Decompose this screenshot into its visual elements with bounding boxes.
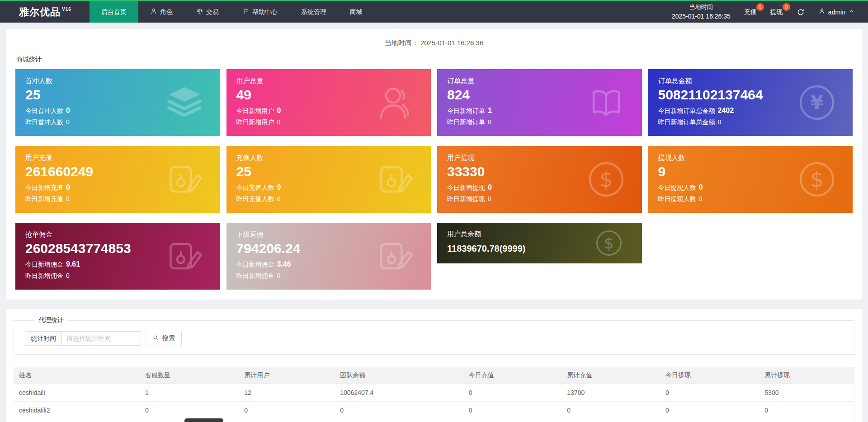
col-header-total-withdraw: 累计提现 [759,367,854,384]
table-row: ceshidaili 1 12 10062407.4 0 13700 0 530… [14,384,854,402]
stat-cards-grid: 首冲人数 25 今日首冲人数0 昨日首冲人数0 用户总量 49 今日新增用户0 … [15,69,853,290]
refresh-icon[interactable] [797,8,805,16]
card-today-label: 今日首冲人数 [25,107,63,114]
nav-tab-dashboard[interactable]: 后台首页 [90,1,138,23]
card-today-label: 今日新增充值 [25,184,63,191]
person-icon [375,82,415,123]
col-header-team-balance: 团队余额 [335,367,463,384]
card-yesterday-value: 0 [699,195,703,202]
card-yesterday-label: 昨日新增佣金 [25,272,63,279]
card-yesterday-label: 昨日新增订单总金额 [658,118,715,126]
card-yesterday-label: 昨日新增提现 [447,195,485,202]
nav-tab-system[interactable]: 系统管理 [289,1,338,23]
dollar-coin-icon [594,228,624,258]
app-version: V16 [62,7,71,12]
stat-card-total-order-amount: 订单总金额 50821102137464 今日新增订单总金额2402 昨日新增订… [648,69,853,136]
stat-card-user-recharge: 用户充值 261660249 今日新增充值0 昨日新增充值0 [15,146,220,213]
cell: 0 [463,384,562,402]
card-yesterday-value: 0 [66,272,70,279]
topbar: 雅尔优品V16 后台首页 角色 交易 帮助中心 系统管理 商城 当地时间 202… [0,0,868,23]
card-today-value: 1 [488,107,492,114]
stat-card-total-orders: 订单总量 824 今日新增订单1 昨日新增订单0 [437,69,642,136]
table-header-row: 姓名 客服数量 累计用户 团队余额 今日充值 累计充值 今日提现 累计提现 [14,367,854,384]
col-header-name: 姓名 [14,367,140,384]
card-yesterday-label: 昨日新增佣金 [236,272,274,279]
table-row: a00001 0 0 0 0 0 0 0 [14,419,854,422]
cell: 10062407.4 [335,384,463,402]
scales-icon [196,8,203,16]
search-button[interactable]: 搜索 [146,331,182,346]
doc-pen-icon [375,159,415,200]
recharge-badge: 0 [756,3,764,11]
panel-local-time: 当地时间： 2025-01-01 16:26:36 [6,29,862,47]
card-today-value: 0 [66,183,70,191]
agent-table: 姓名 客服数量 累计用户 团队余额 今日充值 累计充值 今日提现 累计提现 ce… [14,367,854,422]
layers-icon [164,82,205,123]
doc-pen-icon [164,236,205,277]
app-logo[interactable]: 雅尔优品V16 [19,1,71,23]
chevron-up-icon [848,8,855,16]
agent-stats-fieldset: 代理统计 统计时间 搜索 [14,316,854,355]
card-yesterday-label: 昨日新增充值 [25,195,63,202]
stat-card-user-withdraw: 用户提现 33330 今日新增提现0 昨日新增提现0 [437,146,642,213]
card-today-label: 今日新增佣金 [25,261,63,268]
nav-tab-label: 角色 [160,8,173,16]
stat-card-recharge-users: 充值人数 25 今日充值人数0 昨日充值人数0 [226,146,431,213]
cell-name: ceshidaili [14,384,140,402]
col-header-today-recharge: 今日充值 [463,367,562,384]
local-time-label: 当地时间 [672,3,731,12]
col-header-total-recharge: 累计充值 [561,367,660,384]
main-nav: 后台首页 角色 交易 帮助中心 系统管理 商城 [90,1,374,23]
cell: 0 [759,419,854,422]
stat-time-input[interactable] [61,331,141,346]
nav-tab-label: 商城 [350,8,363,16]
nav-tab-label: 系统管理 [301,8,326,16]
book-icon [586,82,627,123]
cell: 0 [759,402,854,419]
nav-tab-label: 帮助中心 [252,8,278,16]
cell: 0 [335,402,463,419]
card-today-label: 今日提现人数 [658,184,696,191]
card-today-value: 0 [699,183,703,191]
card-today-label: 今日新增用户 [236,107,274,114]
topbar-local-time: 当地时间 2025-01-01 16:26:35 [672,3,731,21]
recharge-label: 充值 [744,8,757,15]
col-header-total-users: 累计用户 [239,367,335,384]
card-today-value: 0 [277,183,281,191]
card-yesterday-label: 昨日首冲人数 [25,118,63,126]
card-yesterday-label: 昨日提现人数 [658,195,696,202]
nav-tab-roles[interactable]: 角色 [138,1,184,23]
card-yesterday-label: 昨日充值人数 [236,195,274,202]
dollar-coin-icon [586,159,627,200]
stat-card-first-recharge-users: 首冲人数 25 今日首冲人数0 昨日首冲人数0 [15,69,220,136]
nav-tab-label: 后台首页 [101,8,127,16]
card-today-value: 3.46 [277,260,291,268]
card-yesterday-value: 0 [277,118,281,126]
section-title: 商城统计 [16,56,862,64]
withdraw-notice-button[interactable]: 提现 0 [770,8,783,16]
flag-icon [242,8,250,16]
cell: 0 [335,419,463,422]
user-menu[interactable]: admin [818,8,855,16]
card-yesterday-value: 0 [488,195,491,202]
recharge-notice-button[interactable]: 充值 0 [744,8,757,16]
nav-tab-mall[interactable]: 商城 [338,1,374,23]
app-logo-text: 雅尔优品 [19,5,61,19]
card-today-label: 今日新增订单 [447,107,485,114]
mall-stats-panel: 当地时间： 2025-01-01 16:26:36 商城统计 首冲人数 25 今… [6,29,862,300]
search-button-label: 搜索 [162,334,175,342]
withdraw-badge: 0 [783,3,790,11]
nav-tab-help-center[interactable]: 帮助中心 [231,1,289,23]
nav-tab-trade[interactable]: 交易 [184,1,231,23]
card-today-label: 今日新增佣金 [236,261,274,268]
card-yesterday-value: 0 [718,118,722,126]
cell-name: ceshidalili2 [14,402,140,419]
yen-coin-icon [797,82,837,123]
nav-tab-label: 交易 [206,8,219,16]
stat-card-sub-rebate: 下级返佣 794206.24 今日新增佣金3.46 昨日新增佣金0 [226,223,431,290]
card-today-value: 0 [488,183,492,191]
cell: 13700 [561,384,660,402]
stat-time-label: 统计时间 [25,331,62,346]
table-row: ceshidalili2 0 0 0 0 0 0 0 [14,402,854,419]
cell: 0 [140,402,239,419]
